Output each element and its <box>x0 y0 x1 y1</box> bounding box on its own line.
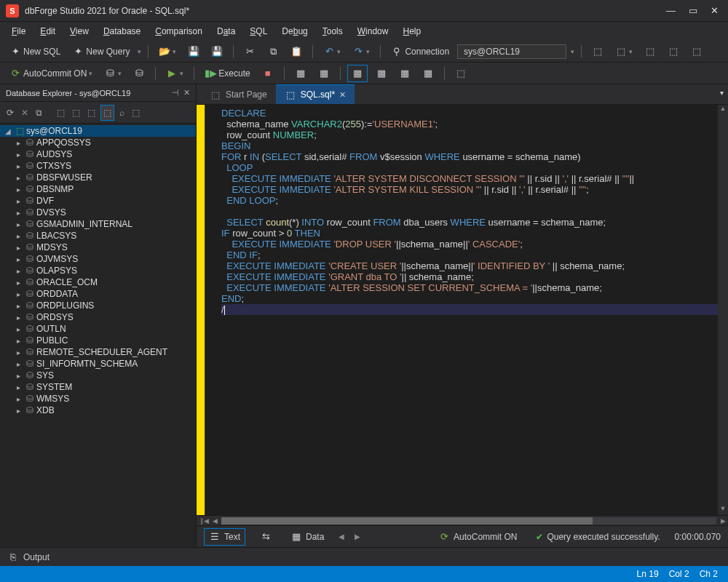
tb-misc-1[interactable]: ⬚ <box>588 44 607 60</box>
tree-schema-oracle_ocm[interactable]: ▸⛁ORACLE_OCM <box>0 276 196 288</box>
tree-schema-audsys[interactable]: ▸⛁AUDSYS <box>0 148 196 160</box>
conn-3-button[interactable]: ⬚ <box>85 105 98 120</box>
new-conn-button[interactable]: ⬚ <box>55 105 67 120</box>
pin-button[interactable]: ⊣ <box>172 88 179 97</box>
sql-opt-3[interactable]: ▦ <box>347 65 368 82</box>
page-next-button[interactable]: ▶ <box>355 533 360 541</box>
output-panel-tab[interactable]: ⎘ Output <box>0 547 728 566</box>
tree-schema-si_informtn_schema[interactable]: ▸⛁SI_INFORMTN_SCHEMA <box>0 358 196 370</box>
split-left-icon[interactable]: ∥◀ <box>199 517 210 525</box>
data-view-button[interactable]: ▦Data <box>286 529 328 545</box>
autocommit-status[interactable]: ⟳AutoCommit ON <box>434 529 521 545</box>
tree-schema-public[interactable]: ▸⛁PUBLIC <box>0 335 196 346</box>
tree-schema-system[interactable]: ▸⛁SYSTEM <box>0 381 196 393</box>
conn-2-button[interactable]: ⬚ <box>70 105 82 120</box>
text-view-button[interactable]: ☰Text <box>204 528 245 546</box>
tb-misc-2[interactable]: ⬚▾ <box>612 44 636 60</box>
menu-database[interactable]: Database <box>98 24 146 39</box>
tree-schema-dvsys[interactable]: ▸⛁DVSYS <box>0 207 196 218</box>
page-prev-button[interactable]: ◀ <box>339 533 344 541</box>
delete-button[interactable]: ✕ <box>19 105 31 120</box>
tree-schema-mdsys[interactable]: ▸⛁MDSYS <box>0 242 196 253</box>
scroll-up-icon[interactable]: ▲ <box>718 105 728 115</box>
horizontal-scrollbar[interactable]: ∥◀ ◀ ▶ <box>197 515 728 525</box>
tree-schema-olapsys[interactable]: ▸⛁OLAPSYS <box>0 265 196 276</box>
redo-button[interactable]: ↷▾ <box>349 44 373 60</box>
tab-start-page[interactable]: ⬚Start Page <box>201 84 276 104</box>
menu-comparison[interactable]: Comparison <box>149 24 208 39</box>
copy-tree-button[interactable]: ⧉ <box>33 105 44 120</box>
scroll-down-icon[interactable]: ▼ <box>718 505 728 515</box>
tree-schema-sys[interactable]: ▸⛁SYS <box>0 370 196 381</box>
settings-button[interactable]: ⬚ <box>130 105 142 120</box>
db-tree[interactable]: ◢⬚sys@ORCL19▸⛁APPQOSSYS▸⛁AUDSYS▸⛁CTXSYS▸… <box>0 124 196 547</box>
tree-root-connection[interactable]: ◢⬚sys@ORCL19 <box>0 125 196 137</box>
sql-opt-5[interactable]: ▦ <box>395 65 414 81</box>
menu-help[interactable]: Help <box>397 24 427 39</box>
refresh-button[interactable]: ⟳ <box>4 105 16 120</box>
sql-opt-1[interactable]: ▦ <box>291 65 310 81</box>
paste-button[interactable]: 📋 <box>287 44 306 60</box>
menu-view[interactable]: View <box>64 24 95 39</box>
autocommit-button[interactable]: ⟳AutoCommit ON▾ <box>6 65 96 81</box>
tab-sql-sql-[interactable]: ⬚SQL.sql*✕ <box>276 84 355 104</box>
menu-window[interactable]: Window <box>352 24 395 39</box>
run-button[interactable]: ▶▾ <box>162 65 187 81</box>
menu-debug[interactable]: Debug <box>276 24 313 39</box>
tb-misc-5[interactable]: ⬚ <box>687 44 706 60</box>
sql-opt-6[interactable]: ▦ <box>419 65 438 81</box>
tabs-dropdown[interactable]: ▾ <box>720 89 724 97</box>
commit-button[interactable]: ⛁▾ <box>100 65 125 81</box>
tree-schema-gsmadmin_internal[interactable]: ▸⛁GSMADMIN_INTERNAL <box>0 218 196 230</box>
maximize-button[interactable]: ▭ <box>689 5 697 16</box>
scroll-left-icon[interactable]: ◀ <box>210 517 220 525</box>
fold-bar[interactable] <box>205 105 214 515</box>
menu-sql[interactable]: SQL <box>244 24 273 39</box>
menu-tools[interactable]: Tools <box>317 24 349 39</box>
close-tab-icon[interactable]: ✕ <box>339 90 346 100</box>
sql-opt-4[interactable]: ▦ <box>372 65 391 81</box>
tree-schema-orddata[interactable]: ▸⛁ORDDATA <box>0 288 196 300</box>
save-button[interactable]: 💾 <box>184 44 203 60</box>
menu-edit[interactable]: Edit <box>34 24 61 39</box>
tree-schema-wmsys[interactable]: ▸⛁WMSYS <box>0 393 196 404</box>
save-all-button[interactable]: 💾 <box>207 44 226 60</box>
menu-file[interactable]: File <box>6 24 31 39</box>
swap-view-button[interactable]: ⇆ <box>256 529 276 545</box>
new-sql-button[interactable]: ✦New SQL <box>6 44 64 60</box>
sql-opt-2[interactable]: ▦ <box>314 65 333 81</box>
minimize-button[interactable]: — <box>666 5 676 16</box>
code-editor[interactable]: DECLARE schema_name VARCHAR2(255):='USER… <box>197 105 728 515</box>
sql-opt-7[interactable]: ⬚ <box>451 65 470 81</box>
scroll-right-icon[interactable]: ▶ <box>718 517 728 525</box>
tree-schema-appqossys[interactable]: ▸⛁APPQOSSYS <box>0 137 196 148</box>
copy-button[interactable]: ⧉ <box>264 44 282 60</box>
tb-misc-3[interactable]: ⬚ <box>641 44 660 60</box>
tree-schema-ojvmsys[interactable]: ▸⛁OJVMSYS <box>0 253 196 265</box>
close-button[interactable]: ✕ <box>711 5 719 16</box>
tree-schema-ordplugins[interactable]: ▸⛁ORDPLUGINS <box>0 300 196 311</box>
menu-data[interactable]: Data <box>211 24 241 39</box>
tree-schema-dbsfwuser[interactable]: ▸⛁DBSFWUSER <box>0 172 196 183</box>
tree-schema-dbsnmp[interactable]: ▸⛁DBSNMP <box>0 183 196 195</box>
tree-schema-ordsys[interactable]: ▸⛁ORDSYS <box>0 311 196 323</box>
tree-schema-lbacsys[interactable]: ▸⛁LBACSYS <box>0 230 196 242</box>
execute-button[interactable]: ▮▶Execute <box>201 65 253 81</box>
tree-schema-ctxsys[interactable]: ▸⛁CTXSYS <box>0 160 196 172</box>
conn-4-button[interactable]: ⬚ <box>100 105 114 121</box>
tb-misc-4[interactable]: ⬚ <box>664 44 683 60</box>
new-query-button[interactable]: ✦New Query <box>68 44 133 60</box>
cut-button[interactable]: ✂ <box>240 44 259 60</box>
tree-schema-remote_scheduler_agent[interactable]: ▸⛁REMOTE_SCHEDULER_AGENT <box>0 346 196 358</box>
filter-button[interactable]: ⌕ <box>117 105 127 120</box>
tree-schema-outln[interactable]: ▸⛁OUTLN <box>0 323 196 335</box>
tree-schema-dvf[interactable]: ▸⛁DVF <box>0 195 196 207</box>
close-panel-button[interactable]: ✕ <box>183 88 190 97</box>
vertical-scrollbar[interactable]: ▲ ▼ <box>718 105 728 515</box>
open-button[interactable]: 📂▾ <box>155 44 180 60</box>
undo-button[interactable]: ↶▾ <box>320 44 344 60</box>
rollback-button[interactable]: ⛁ <box>130 65 149 81</box>
stop-button[interactable]: ■ <box>258 65 277 81</box>
code-text-area[interactable]: DECLARE schema_name VARCHAR2(255):='USER… <box>214 105 728 515</box>
connection-dropdown[interactable]: sys@ORCL19 <box>457 44 566 59</box>
